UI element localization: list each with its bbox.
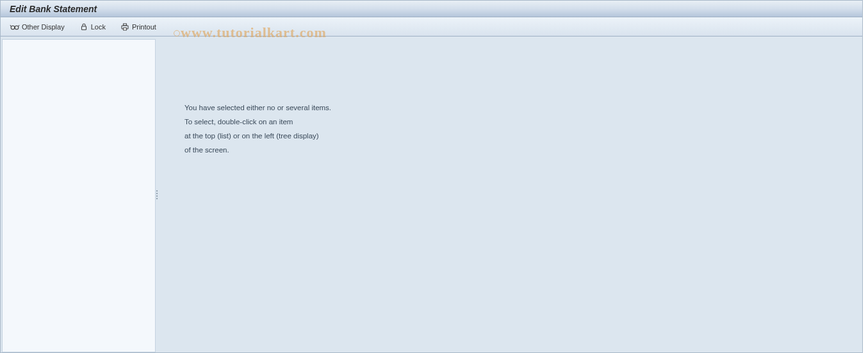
svg-point-0 xyxy=(11,26,15,29)
lock-button[interactable]: Lock xyxy=(76,21,108,33)
other-display-label: Other Display xyxy=(22,23,65,31)
tree-panel[interactable] xyxy=(2,39,156,352)
message-line: To select, double-click on an item xyxy=(184,115,862,129)
svg-rect-6 xyxy=(123,28,126,30)
message-line: You have selected either no or several i… xyxy=(184,101,862,115)
info-message: You have selected either no or several i… xyxy=(184,101,862,157)
glasses-icon xyxy=(10,22,20,32)
svg-rect-3 xyxy=(81,26,86,30)
message-line: at the top (list) or on the left (tree d… xyxy=(184,129,862,143)
printout-label: Printout xyxy=(132,23,156,31)
toolbar: Other Display Lock Printout xyxy=(1,17,862,37)
message-line: of the screen. xyxy=(184,143,862,157)
title-bar: Edit Bank Statement xyxy=(1,1,862,17)
svg-rect-5 xyxy=(123,24,126,26)
right-edge xyxy=(863,0,868,353)
page-title: Edit Bank Statement xyxy=(10,4,97,14)
lock-label: Lock xyxy=(91,23,106,31)
print-icon xyxy=(120,22,130,32)
svg-point-1 xyxy=(15,26,19,29)
main-panel: You have selected either no or several i… xyxy=(159,37,862,352)
lock-icon xyxy=(79,22,89,32)
content-area: You have selected either no or several i… xyxy=(1,37,862,352)
app-window: Edit Bank Statement Other Display xyxy=(0,0,863,353)
splitter-grip-icon xyxy=(156,190,158,199)
printout-button[interactable]: Printout xyxy=(117,21,159,33)
other-display-button[interactable]: Other Display xyxy=(7,21,67,33)
